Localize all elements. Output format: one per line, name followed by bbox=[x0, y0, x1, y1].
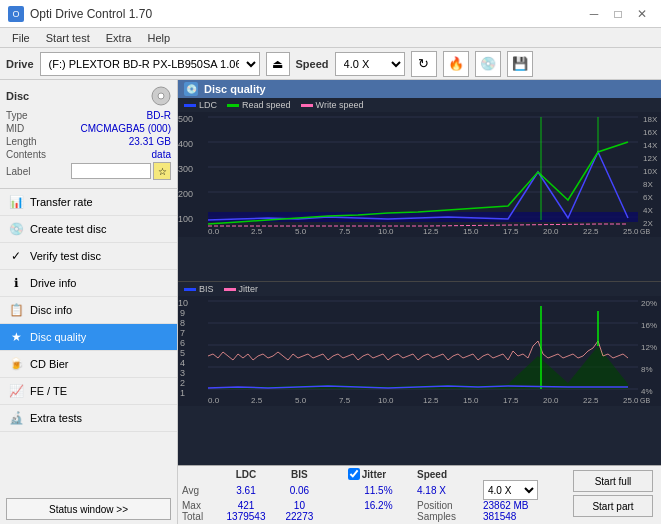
disc-label-row: Label ☆ bbox=[6, 162, 171, 180]
svg-text:14X: 14X bbox=[643, 141, 658, 150]
sidebar-item-cd-bier[interactable]: 🍺 CD Bier bbox=[0, 351, 177, 378]
svg-text:4: 4 bbox=[180, 358, 185, 368]
svg-text:10: 10 bbox=[178, 298, 188, 308]
window-controls: ─ □ ✕ bbox=[583, 3, 653, 25]
sidebar-item-transfer-rate[interactable]: 📊 Transfer rate bbox=[0, 189, 177, 216]
total-bis: 22273 bbox=[275, 511, 324, 522]
speed-select[interactable]: 4.0 X bbox=[483, 480, 538, 500]
menu-starttest[interactable]: Start test bbox=[38, 30, 98, 46]
sidebar-item-label: Disc quality bbox=[30, 331, 86, 343]
chart2-container: BIS Jitter 10 9 8 7 bbox=[178, 282, 661, 465]
sidebar-item-label: CD Bier bbox=[30, 358, 69, 370]
position-label: Position bbox=[413, 500, 483, 511]
sidebar-item-label: Disc info bbox=[30, 304, 72, 316]
readspeed-legend-color bbox=[227, 104, 239, 107]
svg-text:2.5: 2.5 bbox=[251, 227, 263, 236]
menu-file[interactable]: File bbox=[4, 30, 38, 46]
create-disc-icon: 💿 bbox=[8, 221, 24, 237]
menu-extra[interactable]: Extra bbox=[98, 30, 140, 46]
disc-header: Disc bbox=[6, 86, 171, 106]
svg-text:10X: 10X bbox=[643, 167, 658, 176]
legend-ldc-label: LDC bbox=[199, 100, 217, 110]
bis-header: BIS bbox=[275, 468, 324, 480]
chart-panel-header: 💿 Disc quality bbox=[178, 80, 661, 98]
sidebar-item-create-test-disc[interactable]: 💿 Create test disc bbox=[0, 216, 177, 243]
chart-title: Disc quality bbox=[204, 83, 266, 95]
extra-tests-icon: 🔬 bbox=[8, 410, 24, 426]
speed-selector[interactable]: 4.0 X bbox=[335, 52, 405, 76]
svg-text:5: 5 bbox=[180, 348, 185, 358]
disc-type-value: BD-R bbox=[147, 110, 171, 121]
svg-text:15.0: 15.0 bbox=[463, 227, 479, 236]
disc-button[interactable]: 💿 bbox=[475, 51, 501, 77]
start-part-button[interactable]: Start part bbox=[573, 495, 653, 517]
disc-label-button[interactable]: ☆ bbox=[153, 162, 171, 180]
svg-text:2.5: 2.5 bbox=[251, 396, 263, 405]
sidebar-item-label: Transfer rate bbox=[30, 196, 93, 208]
titlebar-left: O Opti Drive Control 1.70 bbox=[8, 6, 152, 22]
sidebar: Disc Type BD-R MID CMCMAGBA5 (000) Lengt… bbox=[0, 80, 178, 524]
svg-text:10.0: 10.0 bbox=[378, 396, 394, 405]
verify-disc-icon: ✓ bbox=[8, 248, 24, 264]
svg-text:8: 8 bbox=[180, 318, 185, 328]
jitter-checkbox[interactable] bbox=[348, 468, 360, 480]
speed-label: Speed bbox=[296, 58, 329, 70]
sidebar-item-drive-info[interactable]: ℹ Drive info bbox=[0, 270, 177, 297]
close-button[interactable]: ✕ bbox=[631, 3, 653, 25]
start-full-button[interactable]: Start full bbox=[573, 470, 653, 492]
svg-text:25.0: 25.0 bbox=[623, 227, 639, 236]
sidebar-item-verify-test-disc[interactable]: ✓ Verify test disc bbox=[0, 243, 177, 270]
legend-readspeed-label: Read speed bbox=[242, 100, 291, 110]
titlebar: O Opti Drive Control 1.70 ─ □ ✕ bbox=[0, 0, 661, 28]
drive-label: Drive bbox=[6, 58, 34, 70]
chart1-legend: LDC Read speed Write speed bbox=[178, 98, 661, 112]
sidebar-item-fe-te[interactable]: 📈 FE / TE bbox=[0, 378, 177, 405]
svg-text:7.5: 7.5 bbox=[339, 396, 351, 405]
drive-selector[interactable]: (F:) PLEXTOR BD-R PX-LB950SA 1.06 bbox=[40, 52, 260, 76]
speed-value: 4.18 X bbox=[413, 480, 483, 500]
position-value: 23862 MB bbox=[483, 500, 565, 511]
svg-text:0.0: 0.0 bbox=[208, 227, 220, 236]
speed-col-header: Speed bbox=[413, 468, 483, 480]
legend-writespeed-label: Write speed bbox=[316, 100, 364, 110]
ldc-legend-color bbox=[184, 104, 196, 107]
svg-text:5.0: 5.0 bbox=[295, 396, 307, 405]
svg-text:17.5: 17.5 bbox=[503, 227, 519, 236]
sidebar-item-disc-info[interactable]: 📋 Disc info bbox=[0, 297, 177, 324]
jitter-checkbox-container: Jitter bbox=[348, 468, 409, 480]
action-buttons: Start full Start part bbox=[569, 468, 657, 522]
app-title: Opti Drive Control 1.70 bbox=[30, 7, 152, 21]
max-jitter: 16.2% bbox=[344, 500, 413, 511]
refresh-button[interactable]: ↻ bbox=[411, 51, 437, 77]
svg-rect-34 bbox=[208, 212, 638, 222]
sidebar-item-extra-tests[interactable]: 🔬 Extra tests bbox=[0, 405, 177, 432]
legend-readspeed: Read speed bbox=[227, 100, 291, 110]
minimize-button[interactable]: ─ bbox=[583, 3, 605, 25]
avg-bis: 0.06 bbox=[275, 480, 324, 500]
svg-text:18X: 18X bbox=[643, 115, 658, 124]
disc-label-input[interactable] bbox=[71, 163, 151, 179]
svg-text:7.5: 7.5 bbox=[339, 227, 351, 236]
chart1-container: LDC Read speed Write speed bbox=[178, 98, 661, 282]
save-button[interactable]: 💾 bbox=[507, 51, 533, 77]
legend-bis: BIS bbox=[184, 284, 214, 294]
svg-text:300: 300 bbox=[178, 164, 193, 174]
menu-help[interactable]: Help bbox=[139, 30, 178, 46]
disc-type-row: Type BD-R bbox=[6, 110, 171, 121]
svg-text:2X: 2X bbox=[643, 219, 653, 228]
status-window-button[interactable]: Status window >> bbox=[6, 498, 171, 520]
nav-items: 📊 Transfer rate 💿 Create test disc ✓ Ver… bbox=[0, 189, 177, 432]
legend-writespeed: Write speed bbox=[301, 100, 364, 110]
disc-mid-key: MID bbox=[6, 123, 24, 134]
burn-button[interactable]: 🔥 bbox=[443, 51, 469, 77]
eject-button[interactable]: ⏏ bbox=[266, 52, 290, 76]
sidebar-item-label: Extra tests bbox=[30, 412, 82, 424]
disc-type-key: Type bbox=[6, 110, 28, 121]
maximize-button[interactable]: □ bbox=[607, 3, 629, 25]
total-row-label: Total bbox=[182, 511, 217, 522]
disc-length-key: Length bbox=[6, 136, 37, 147]
svg-text:12%: 12% bbox=[641, 343, 657, 352]
transfer-rate-icon: 📊 bbox=[8, 194, 24, 210]
svg-text:0.0: 0.0 bbox=[208, 396, 220, 405]
sidebar-item-disc-quality[interactable]: ★ Disc quality bbox=[0, 324, 177, 351]
